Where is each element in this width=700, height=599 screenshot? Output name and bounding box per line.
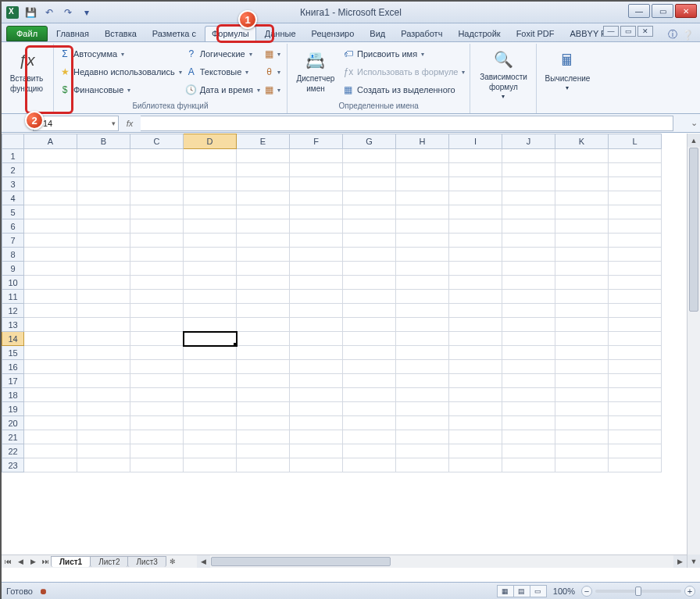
cell-D1[interactable] <box>184 149 237 163</box>
tab-addins[interactable]: Надстройк <box>451 26 507 41</box>
tab-formulas[interactable]: Формулы <box>205 26 256 41</box>
cell-H6[interactable] <box>396 219 449 234</box>
cell-C15[interactable] <box>130 346 184 360</box>
cell-A6[interactable] <box>24 219 77 234</box>
cell-K7[interactable] <box>555 234 609 248</box>
cell-A22[interactable] <box>24 444 77 458</box>
cell-E12[interactable] <box>237 304 290 318</box>
cell-E22[interactable] <box>237 444 290 458</box>
cell-H17[interactable] <box>396 374 449 388</box>
row-header-3[interactable]: 3 <box>2 177 24 191</box>
cell-A23[interactable] <box>24 458 77 472</box>
cell-A14[interactable] <box>24 332 77 346</box>
define-name-button[interactable]: 🏷Присвоить имя▾ <box>342 45 466 62</box>
cell-D8[interactable] <box>184 248 237 262</box>
cell-F15[interactable] <box>290 346 343 360</box>
cell-G15[interactable] <box>343 346 396 360</box>
cell-E4[interactable] <box>237 191 290 205</box>
cell-I17[interactable] <box>449 374 502 388</box>
cell-G23[interactable] <box>343 458 396 472</box>
cell-K13[interactable] <box>555 318 609 332</box>
cell-C5[interactable] <box>130 205 184 219</box>
cell-A2[interactable] <box>24 163 77 177</box>
lookup-ref-button[interactable]: ▦▾ <box>263 45 282 62</box>
cell-C10[interactable] <box>130 276 184 290</box>
cell-F18[interactable] <box>290 388 343 402</box>
sheet-nav-last[interactable]: ⏭ <box>39 558 52 565</box>
cell-F22[interactable] <box>290 444 343 458</box>
cell-E6[interactable] <box>237 219 290 234</box>
cell-K19[interactable] <box>555 402 609 416</box>
cell-L3[interactable] <box>609 177 662 191</box>
qat-customize-button[interactable]: ▾ <box>80 5 94 20</box>
cell-A11[interactable] <box>24 290 77 304</box>
cell-I13[interactable] <box>449 318 502 332</box>
insert-function-button[interactable]: ƒx Вставить функцию <box>5 45 48 100</box>
cell-D13[interactable] <box>184 318 237 332</box>
row-header-22[interactable]: 22 <box>2 444 24 458</box>
cell-A13[interactable] <box>24 318 77 332</box>
cell-E5[interactable] <box>237 205 290 219</box>
cell-L2[interactable] <box>609 163 662 177</box>
cell-F9[interactable] <box>290 262 343 276</box>
cell-A15[interactable] <box>24 346 77 360</box>
cell-E7[interactable] <box>237 234 290 248</box>
cell-L22[interactable] <box>609 444 662 458</box>
cell-J15[interactable] <box>502 346 555 360</box>
cell-E10[interactable] <box>237 276 290 290</box>
cell-F19[interactable] <box>290 402 343 416</box>
cell-L4[interactable] <box>609 191 662 205</box>
cell-A9[interactable] <box>24 262 77 276</box>
cell-F6[interactable] <box>290 219 343 234</box>
cell-G9[interactable] <box>343 262 396 276</box>
cell-F16[interactable] <box>290 360 343 374</box>
cell-F17[interactable] <box>290 374 343 388</box>
cell-G6[interactable] <box>343 219 396 234</box>
cell-H22[interactable] <box>396 444 449 458</box>
cell-A3[interactable] <box>24 177 77 191</box>
tab-home[interactable]: Главная <box>49 26 96 41</box>
cell-A16[interactable] <box>24 360 77 374</box>
more-functions-button[interactable]: ▦▾ <box>263 81 282 98</box>
cell-D4[interactable] <box>184 191 237 205</box>
cell-K22[interactable] <box>555 444 609 458</box>
cell-G10[interactable] <box>343 276 396 290</box>
cell-B12[interactable] <box>77 304 130 318</box>
cell-D21[interactable] <box>184 430 237 444</box>
row-header-1[interactable]: 1 <box>2 149 24 163</box>
cell-H14[interactable] <box>396 332 449 346</box>
cell-B17[interactable] <box>77 374 130 388</box>
cell-E20[interactable] <box>237 416 290 430</box>
cell-H10[interactable] <box>396 276 449 290</box>
cell-B14[interactable] <box>77 332 130 346</box>
cell-I6[interactable] <box>449 219 502 234</box>
text-button[interactable]: AТекстовые▾ <box>185 63 260 80</box>
col-header-J[interactable]: J <box>502 134 555 149</box>
cell-E19[interactable] <box>237 402 290 416</box>
formula-bar[interactable] <box>141 116 673 131</box>
cell-J8[interactable] <box>502 248 555 262</box>
zoom-thumb[interactable] <box>635 587 641 596</box>
tab-insert[interactable]: Вставка <box>98 26 144 41</box>
cell-A20[interactable] <box>24 416 77 430</box>
cell-K21[interactable] <box>555 430 609 444</box>
cell-J17[interactable] <box>502 374 555 388</box>
cell-G17[interactable] <box>343 374 396 388</box>
tab-page-layout[interactable]: Разметка с <box>145 26 203 41</box>
cell-C20[interactable] <box>130 416 184 430</box>
row-header-16[interactable]: 16 <box>2 360 24 374</box>
row-header-23[interactable]: 23 <box>2 458 24 472</box>
row-header-8[interactable]: 8 <box>2 248 24 262</box>
cell-B10[interactable] <box>77 276 130 290</box>
cell-L8[interactable] <box>609 248 662 262</box>
cell-G18[interactable] <box>343 388 396 402</box>
cell-F7[interactable] <box>290 234 343 248</box>
cell-H9[interactable] <box>396 262 449 276</box>
cell-K16[interactable] <box>555 360 609 374</box>
cell-L15[interactable] <box>609 346 662 360</box>
cell-C12[interactable] <box>130 304 184 318</box>
cell-C18[interactable] <box>130 388 184 402</box>
cell-B13[interactable] <box>77 318 130 332</box>
cell-K20[interactable] <box>555 416 609 430</box>
cell-L21[interactable] <box>609 430 662 444</box>
